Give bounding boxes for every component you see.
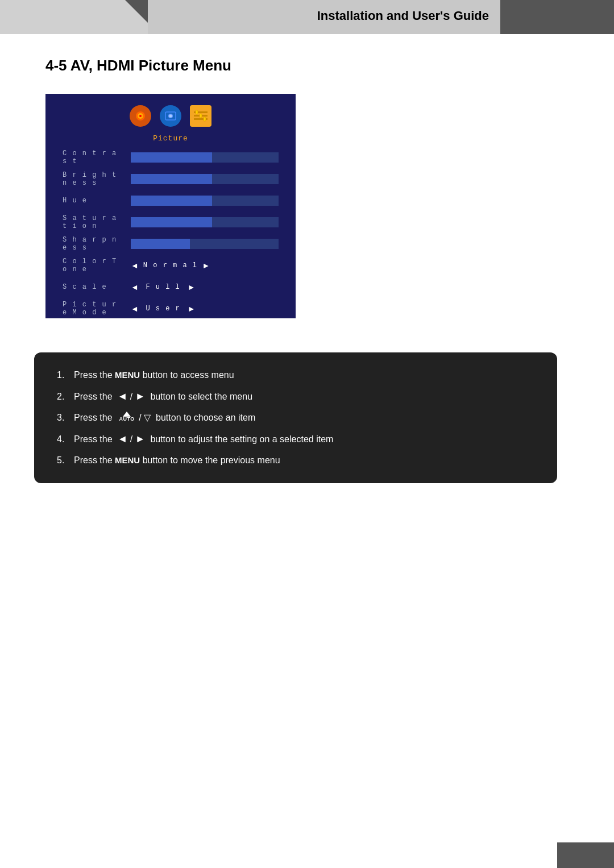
sharpness-bar bbox=[131, 239, 279, 249]
svg-rect-10 bbox=[196, 110, 198, 114]
menu-row-picturemode: P i c t u r e M o d e ◄ U s e r ► bbox=[63, 301, 279, 317]
instruction-text-2: Press the ◄ / ► button to select the men… bbox=[74, 389, 252, 404]
sharpness-label: S h a r p n e s s bbox=[63, 236, 125, 252]
menu-row-brightness: B r i g h t n e s s bbox=[63, 171, 279, 187]
settings-icon bbox=[190, 105, 211, 127]
menu-icons-row bbox=[63, 105, 279, 130]
brightness-label: B r i g h t n e s s bbox=[63, 171, 125, 187]
menu-bold-1: MENU bbox=[115, 370, 140, 380]
colortone-value: N o r m a l bbox=[143, 261, 198, 269]
colortone-selector: ◄ N o r m a l ► bbox=[131, 261, 210, 270]
picturemode-arrow-left[interactable]: ◄ bbox=[131, 304, 139, 313]
instruction-2: 2. Press the ◄ / ► button to select the … bbox=[57, 389, 534, 404]
scale-arrow-left[interactable]: ◄ bbox=[131, 283, 139, 292]
down-arrow-3: ▽ bbox=[144, 413, 151, 422]
menu-row-sharpness: S h a r p n e s s bbox=[63, 236, 279, 252]
scale-label: S c a l e bbox=[63, 283, 125, 291]
picturemode-value: U s e r bbox=[143, 305, 183, 313]
instruction-number-4: 4. bbox=[57, 433, 74, 446]
colortone-arrow-right[interactable]: ► bbox=[202, 261, 210, 270]
picturemode-selector: ◄ U s e r ► bbox=[131, 304, 196, 313]
instruction-1: 1. Press the MENU button to access menu bbox=[57, 368, 534, 382]
bottom-tab bbox=[557, 842, 614, 868]
saturation-bar bbox=[131, 217, 279, 227]
picturemode-arrow-right[interactable]: ► bbox=[188, 304, 196, 313]
instruction-3: 3. Press the AUTO / ▽ button to choose a… bbox=[57, 411, 534, 425]
header-tab bbox=[500, 0, 614, 34]
photo-icon bbox=[160, 105, 181, 127]
svg-rect-12 bbox=[204, 117, 206, 121]
scale-value: F u l l bbox=[143, 283, 183, 291]
instruction-text-5: Press the MENU button to move the previo… bbox=[74, 454, 280, 467]
scale-arrow-right[interactable]: ► bbox=[188, 283, 196, 292]
instruction-4: 4. Press the ◄ / ► button to adjust the … bbox=[57, 431, 534, 447]
camera-icon bbox=[130, 105, 151, 127]
right-arrow-2: ► bbox=[135, 391, 146, 402]
hue-bar bbox=[131, 196, 279, 206]
hue-label: H u e bbox=[63, 197, 125, 205]
section-title: 4-5 AV, HDMI Picture Menu bbox=[45, 57, 231, 74]
menu-row-hue: H u e bbox=[63, 193, 279, 209]
menu-row-scale: S c a l e ◄ F u l l ► bbox=[63, 279, 279, 295]
scale-selector: ◄ F u l l ► bbox=[131, 283, 196, 292]
instruction-number-2: 2. bbox=[57, 390, 74, 404]
instruction-number-5: 5. bbox=[57, 454, 74, 467]
page-title: Installation and User's Guide bbox=[317, 9, 489, 23]
instructions-box: 1. Press the MENU button to access menu … bbox=[34, 352, 557, 483]
svg-point-2 bbox=[139, 115, 142, 117]
left-arrow-2: ◄ bbox=[117, 391, 127, 402]
saturation-label: S a t u r a t i o n bbox=[63, 214, 125, 230]
svg-rect-11 bbox=[200, 114, 202, 118]
instruction-text-1: Press the MENU button to access menu bbox=[74, 368, 234, 382]
colortone-label: C o l o r T o n e bbox=[63, 258, 125, 273]
contrast-bar bbox=[131, 152, 279, 163]
instruction-number-3: 3. bbox=[57, 411, 74, 425]
instruction-number-1: 1. bbox=[57, 368, 74, 382]
menu-row-colortone: C o l o r T o n e ◄ N o r m a l ► bbox=[63, 258, 279, 273]
auto-symbol: AUTO bbox=[119, 412, 134, 422]
colortone-arrow-left[interactable]: ◄ bbox=[131, 261, 139, 270]
picturemode-label: P i c t u r e M o d e bbox=[63, 301, 125, 317]
instruction-5: 5. Press the MENU button to move the pre… bbox=[57, 454, 534, 467]
menu-panel: Picture C o n t r a s t B r i g h t n e … bbox=[45, 94, 296, 318]
menu-tab-label: Picture bbox=[63, 134, 279, 143]
right-arrow-4: ► bbox=[135, 433, 146, 445]
menu-bold-5: MENU bbox=[115, 455, 140, 465]
menu-row-saturation: S a t u r a t i o n bbox=[63, 214, 279, 230]
svg-point-6 bbox=[169, 115, 172, 118]
menu-row-contrast: C o n t r a s t bbox=[63, 149, 279, 165]
instruction-text-3: Press the AUTO / ▽ button to choose an i… bbox=[74, 411, 255, 425]
brightness-bar bbox=[131, 174, 279, 184]
instruction-text-4: Press the ◄ / ► button to adjust the set… bbox=[74, 431, 333, 447]
left-arrow-4: ◄ bbox=[117, 433, 127, 445]
contrast-label: C o n t r a s t bbox=[63, 149, 125, 165]
